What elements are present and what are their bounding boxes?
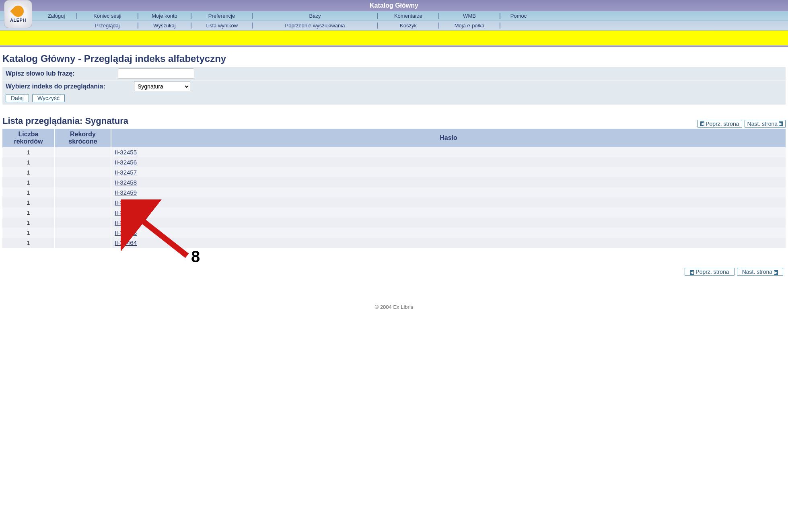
nav-my-account[interactable]: Moje konto	[138, 11, 191, 21]
cell-short-records	[55, 157, 111, 167]
table-row: 1II-32464	[2, 238, 786, 248]
table-row: 1II-32463	[2, 228, 786, 238]
page-title: Katalog Główny - Przeglądaj indeks alfab…	[2, 53, 786, 64]
banner-title: Katalog Główny	[0, 0, 788, 11]
cell-short-records	[55, 177, 111, 187]
nav-comments[interactable]: Komentarze	[378, 11, 438, 21]
cell-count: 1	[2, 187, 55, 197]
cell-entry: II-32464	[111, 238, 786, 248]
cell-count: 1	[2, 238, 55, 248]
table-row: 1II-32459	[2, 187, 786, 197]
nav-row-primary: Zaloguj Koniec sesji Moje konto Preferen…	[0, 11, 788, 21]
table-row: 1II-32456	[2, 157, 786, 167]
nav-previous-searches[interactable]: Poprzednie wyszukiwania	[253, 21, 377, 30]
cell-entry: II-32463	[111, 228, 786, 238]
browse-list-title: Lista przeglądania: Sygnatura	[2, 116, 128, 126]
index-label: Wybierz indeks do przeglądania:	[6, 83, 128, 90]
cell-count: 1	[2, 218, 55, 228]
cell-count: 1	[2, 177, 55, 187]
nav-results-list[interactable]: Lista wyników	[191, 21, 252, 30]
entry-link[interactable]: II-32456	[115, 159, 137, 166]
prev-page-label: Poprz. strona	[706, 121, 739, 127]
cell-entry: II-32462	[111, 218, 786, 228]
cell-entry: II-32461	[111, 207, 786, 218]
cell-short-records	[55, 167, 111, 177]
arrow-right-icon: ▶	[774, 270, 778, 275]
arrow-left-icon: ◀	[700, 121, 704, 126]
cell-count: 1	[2, 157, 55, 167]
nav-databases[interactable]: Bazy	[253, 11, 377, 21]
next-page-button-bottom[interactable]: Nast. strona ▶	[737, 268, 783, 276]
table-row: 1II-32457	[2, 167, 786, 177]
form-button-row: Dalej Wyczyść	[2, 92, 786, 105]
pager-top: ◀ Poprz. strona Nast. strona ▶	[697, 120, 786, 128]
entry-link[interactable]: II-32455	[115, 149, 137, 156]
cell-count: 1	[2, 197, 55, 207]
nav-row-secondary: Przeglądaj Wyszukaj Lista wyników Poprze…	[0, 21, 788, 31]
browse-table: Liczba rekordów Rekordy skrócone Hasło 1…	[2, 129, 786, 248]
entry-link[interactable]: II-32459	[115, 189, 137, 196]
table-row: 1II-32458	[2, 177, 786, 187]
cell-short-records	[55, 207, 111, 218]
cell-entry: II-32457	[111, 167, 786, 177]
prev-page-button-bottom[interactable]: ◀ Poprz. strona	[685, 268, 734, 276]
footer: © 2004 Ex Libris	[2, 304, 786, 318]
phrase-input[interactable]	[118, 68, 194, 79]
cell-entry: II-32460	[111, 197, 786, 207]
col-header-count: Liczba rekordów	[2, 129, 55, 147]
phrase-label: Wpisz słowo lub frazę:	[6, 70, 112, 77]
go-button[interactable]: Dalej	[6, 94, 29, 102]
nav-basket[interactable]: Koszyk	[378, 21, 438, 30]
pager-bottom: ◀ Poprz. strona Nast. strona ▶	[2, 248, 786, 276]
cell-entry: II-32456	[111, 157, 786, 167]
clear-button[interactable]: Wyczyść	[32, 94, 65, 102]
table-row: 1II-32455	[2, 147, 786, 157]
next-page-button[interactable]: Nast. strona ▶	[745, 120, 786, 128]
cell-short-records	[55, 218, 111, 228]
col-header-short: Rekordy skrócone	[55, 129, 111, 147]
aleph-logo: ALEPH	[4, 0, 32, 28]
arrow-right-icon: ▶	[779, 121, 783, 126]
entry-link[interactable]: II-32458	[115, 179, 137, 186]
cell-short-records	[55, 187, 111, 197]
banner: Katalog Główny	[0, 0, 788, 11]
entry-link[interactable]: II-32460	[115, 199, 137, 206]
entry-link[interactable]: II-32461	[115, 209, 137, 216]
annotation-number: 8	[191, 248, 200, 266]
aleph-logo-text: ALEPH	[10, 18, 26, 23]
arrow-left-icon: ◀	[690, 270, 694, 275]
message-bar	[0, 31, 788, 46]
next-page-label-bottom: Nast. strona	[742, 269, 772, 275]
prev-page-button[interactable]: ◀ Poprz. strona	[697, 120, 742, 128]
nav-end-session[interactable]: Koniec sesji	[77, 11, 138, 21]
nav-browse[interactable]: Przeglądaj	[77, 21, 138, 30]
table-row: 1II-32460	[2, 197, 786, 207]
index-select[interactable]: Sygnatura	[134, 82, 190, 91]
cell-short-records	[55, 197, 111, 207]
nav-help[interactable]: Pomoc	[500, 11, 537, 21]
form-row-phrase: Wpisz słowo lub frazę:	[2, 67, 786, 80]
cell-short-records	[55, 147, 111, 157]
cell-count: 1	[2, 228, 55, 238]
table-row: 1II-32462	[2, 218, 786, 228]
cell-count: 1	[2, 167, 55, 177]
nav-my-eshelf[interactable]: Moja e-półka	[439, 21, 500, 30]
entry-link[interactable]: II-32462	[115, 219, 137, 226]
prev-page-label-bottom: Poprz. strona	[695, 269, 729, 275]
nav-wmb[interactable]: WMB	[439, 11, 500, 21]
nav-preferences[interactable]: Preferencje	[191, 11, 252, 21]
form-row-index: Wybierz indeks do przeglądania: Sygnatur…	[2, 80, 786, 92]
cell-count: 1	[2, 147, 55, 157]
col-header-entry: Hasło	[111, 129, 786, 147]
entry-link[interactable]: II-32457	[115, 169, 137, 176]
cell-entry: II-32459	[111, 187, 786, 197]
entry-link[interactable]: II-32463	[115, 229, 137, 236]
nav-search[interactable]: Wyszukaj	[138, 21, 191, 30]
cell-entry: II-32458	[111, 177, 786, 187]
entry-link[interactable]: II-32464	[115, 239, 137, 246]
cell-count: 1	[2, 207, 55, 218]
next-page-label: Nast. strona	[747, 121, 778, 127]
nav-login[interactable]: Zaloguj	[36, 11, 76, 21]
cell-entry: II-32455	[111, 147, 786, 157]
cell-short-records	[55, 238, 111, 248]
